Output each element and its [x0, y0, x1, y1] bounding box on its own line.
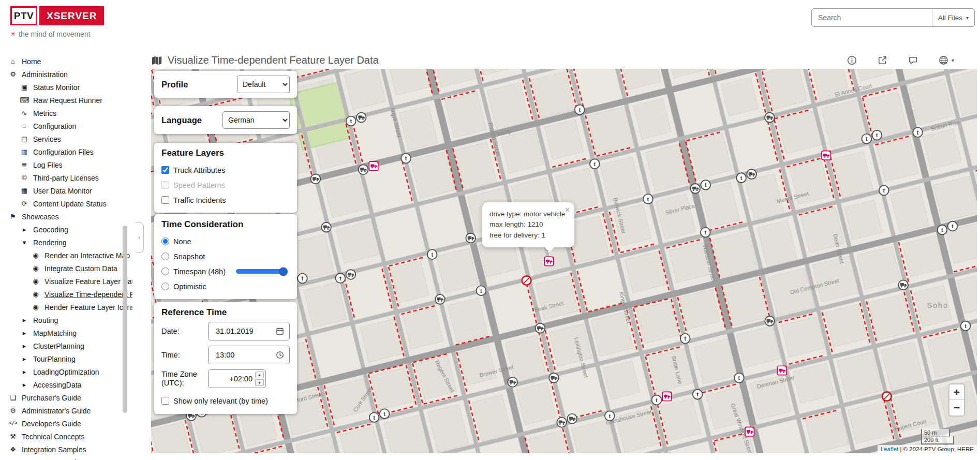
clock-icon[interactable]	[276, 351, 284, 359]
delivery-truck-icon[interactable]	[745, 427, 754, 436]
sidebar-item-content-update-status[interactable]: ⟳Content Update Status	[0, 197, 135, 210]
tonnage-restriction-icon[interactable]	[369, 412, 379, 422]
sidebar-item-administration[interactable]: ⚙Administration	[0, 68, 135, 81]
tonnage-restriction-icon[interactable]	[427, 249, 437, 259]
sidebar-item-administrator-s-guide[interactable]: ⚙Administrator's Guide	[0, 404, 135, 417]
sidebar-item-visualize-feature-layer-data[interactable]: ◉Visualize Feature Layer Data	[0, 275, 135, 288]
sidebar-item-technical-concepts[interactable]: ⚒Technical Concepts	[0, 430, 135, 443]
truck-restriction-icon[interactable]	[359, 165, 368, 174]
radio-snapshot[interactable]	[161, 253, 169, 260]
map[interactable]: t	[151, 69, 977, 453]
truck-restriction-icon[interactable]	[765, 316, 775, 326]
tonnage-restriction-icon[interactable]	[575, 105, 585, 115]
info-icon[interactable]	[847, 55, 857, 65]
time-consideration-option-none[interactable]: None	[161, 234, 290, 249]
sidebar-scrollbar[interactable]	[123, 226, 127, 413]
sidebar-item-accessingdata[interactable]: ▸AccessingData	[0, 378, 135, 391]
tonnage-restriction-icon[interactable]	[913, 127, 923, 137]
external-link-icon[interactable]	[878, 55, 887, 65]
radio-optimistic[interactable]	[161, 283, 169, 290]
feature-layer-option-speed-patterns[interactable]: Speed Patterns	[161, 177, 290, 192]
radio-none[interactable]	[161, 238, 169, 245]
tonnage-restriction-icon[interactable]	[872, 130, 882, 140]
sidebar-item-showcases[interactable]: ⚑Showcases	[0, 210, 135, 223]
truck-restriction-icon[interactable]	[346, 270, 355, 279]
truck-restriction-icon[interactable]	[898, 280, 908, 290]
tonnage-restriction-icon[interactable]	[693, 390, 703, 399]
truck-restriction-icon[interactable]	[690, 184, 700, 194]
truck-restriction-icon[interactable]	[435, 294, 445, 304]
sidebar-item-third-party-licenses[interactable]: ©Third-party Licenses	[0, 171, 135, 184]
sidebar-item-mapmatching[interactable]: ▸MapMatching	[0, 327, 135, 339]
date-input[interactable]: 31.01.2019	[208, 322, 290, 340]
sidebar-item-render-feature-layer-icons[interactable]: ◉Render Feature Layer Icons	[0, 301, 135, 314]
truck-restriction-icon[interactable]	[747, 169, 756, 179]
tonnage-restriction-icon[interactable]	[643, 194, 653, 204]
sidebar-item-purchaser-s-guide[interactable]: ❏Purchaser's Guide	[0, 391, 135, 404]
tonnage-restriction-icon[interactable]	[938, 225, 947, 235]
search-input[interactable]	[812, 13, 932, 22]
time-consideration-option-snapshot[interactable]: Snapshot	[161, 249, 290, 264]
zoom-in-button[interactable]: +	[949, 384, 964, 400]
sidebar-item-home[interactable]: ⌂Home	[0, 55, 135, 68]
tonnage-restriction-icon[interactable]	[477, 286, 486, 295]
sidebar-item-user-data-monitor[interactable]: ▦User Data Monitor	[0, 184, 135, 197]
delivery-truck-icon[interactable]	[778, 366, 786, 375]
truck-restriction-icon[interactable]	[557, 418, 567, 427]
tonnage-restriction-icon[interactable]	[862, 134, 872, 144]
sidebar-item-services[interactable]: ▤Services	[0, 132, 135, 145]
sidebar-item-raw-request-runner[interactable]: ⌨Raw Request Runner	[0, 94, 135, 107]
sidebar-item-configuration[interactable]: ≡Configuration	[0, 120, 135, 132]
sidebar-item-configuration-files[interactable]: ▥Configuration Files	[0, 145, 135, 158]
truck-restriction-icon[interactable]	[357, 113, 366, 123]
timespan-slider[interactable]	[236, 269, 287, 274]
delivery-truck-icon[interactable]	[822, 151, 830, 160]
slider-thumb[interactable]	[279, 267, 288, 276]
sidebar-item-status-monitor[interactable]: ▣Status Monitor	[0, 81, 135, 94]
tonnage-restriction-icon[interactable]	[736, 173, 746, 183]
sidebar-item-integrate-custom-data[interactable]: ◉Integrate Custom Data	[0, 262, 135, 275]
tooltip-close-icon[interactable]: ×	[565, 204, 570, 216]
delivery-truck-icon[interactable]	[544, 257, 553, 265]
sidebar-item-visualize-time-dependent-feature-layer-data[interactable]: ◉Visualize Time-dependent Feature Layer …	[0, 288, 135, 301]
tonnage-restriction-icon[interactable]	[346, 116, 356, 126]
truck-restriction-icon[interactable]	[466, 233, 476, 243]
spinner-up-icon[interactable]: ▲	[255, 372, 264, 378]
truck-restriction-icon[interactable]	[321, 222, 331, 232]
truck-restriction-icon[interactable]	[549, 373, 559, 383]
tonnage-restriction-icon[interactable]	[590, 159, 600, 169]
tonnage-restriction-icon[interactable]	[734, 373, 744, 383]
truck-restriction-icon[interactable]	[567, 414, 577, 424]
search-filter-dropdown[interactable]: All Files ▾	[932, 9, 974, 26]
sidebar-item-developer-s-guide[interactable]: </>Developer's Guide	[0, 417, 135, 430]
tonnage-restriction-icon[interactable]	[961, 321, 971, 331]
sidebar-item-log-files[interactable]: ≣Log Files	[0, 158, 135, 171]
show-relevant-checkbox[interactable]	[161, 397, 169, 405]
tonnage-restriction-icon[interactable]	[680, 334, 690, 344]
tonnage-restriction-icon[interactable]	[380, 409, 390, 419]
delivery-truck-icon[interactable]	[662, 392, 671, 400]
radio-timespan-48h[interactable]	[161, 268, 169, 275]
sidebar-item-rendering[interactable]: ▾Rendering	[0, 236, 135, 249]
profile-select[interactable]: Default	[237, 76, 290, 93]
sidebar-item-render-an-interactive-map[interactable]: ◉Render an Interactive Map	[0, 249, 135, 262]
time-input[interactable]: 13:00	[208, 346, 290, 364]
delivery-truck-icon[interactable]	[369, 161, 378, 170]
timezone-input[interactable]: +02:00 ▲ ▼	[208, 369, 266, 388]
tonnage-restriction-icon[interactable]	[605, 411, 615, 421]
sidebar-item-clusterplanning[interactable]: ▸ClusterPlanning	[0, 339, 135, 352]
time-consideration-option-timespan-48h[interactable]: Timespan (48h)	[161, 264, 290, 279]
tonnage-restriction-icon[interactable]	[948, 221, 958, 231]
tonnage-restriction-icon[interactable]	[298, 274, 307, 284]
show-relevant-checkbox-row[interactable]: Show only relevant (by time)	[161, 393, 290, 408]
sidebar-item-geocoding[interactable]: ▸Geocoding	[0, 223, 135, 236]
comment-icon[interactable]	[908, 55, 918, 65]
checkbox-truck-attributes[interactable]	[161, 166, 169, 174]
sidebar-item-routing[interactable]: ▸Routing	[0, 314, 135, 327]
truck-restriction-icon[interactable]	[508, 377, 517, 387]
leaflet-link[interactable]: Leaflet	[881, 446, 899, 452]
sidebar-collapse-handle[interactable]: ‹	[136, 222, 144, 253]
sidebar-item-metrics[interactable]: ∿Metrics	[0, 107, 135, 120]
checkbox-speed-patterns[interactable]	[161, 181, 169, 189]
sidebar-item-api-documentation[interactable]: ▨API Documentation	[0, 456, 135, 460]
